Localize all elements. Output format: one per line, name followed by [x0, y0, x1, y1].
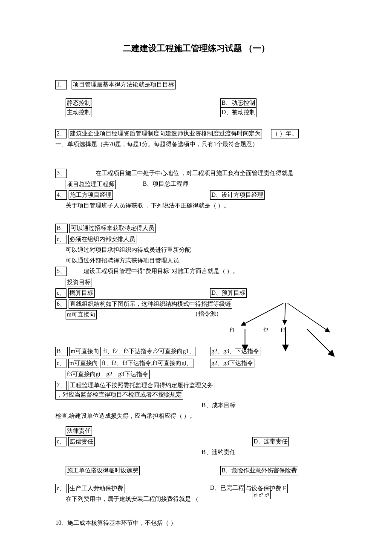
q6-f3: f3: [281, 327, 286, 334]
exam-page: 二建建设工程施工管理练习试题 （一） 1、 项目管理最基本得方法论就是项目目标 …: [0, 0, 392, 555]
q3-b: B、项目总工程师: [143, 181, 188, 187]
q6-bm: m可直接向: [69, 347, 101, 356]
q5-num: 5、: [55, 267, 67, 276]
q1-c: 主动控制: [66, 108, 92, 117]
q5-d: D、预算目标: [210, 288, 247, 298]
q7-cnum: c、: [55, 437, 66, 446]
q6-line: 6、 直线组织结构如下图所示，这种组织结构模式中得指挥等级链: [55, 299, 337, 309]
q6-cright: g2、g3下达指令: [210, 359, 254, 368]
q4-c: c、 必须在组织内部安排人员: [55, 234, 337, 244]
q6-ctail: f3可直接向gi、g2、g3下达指令: [66, 370, 150, 379]
q6-bright: g2、g3、下达指令: [210, 347, 260, 356]
q4-cnum: c、: [55, 235, 66, 244]
q7-a: 法律责任: [66, 426, 92, 436]
q2-line: 2、 建筑业企业项目经理资质管理制度向建造师执业资格制度过渡得时间定为 （ ）年…: [55, 129, 337, 138]
q6-bnum: B、: [55, 347, 68, 356]
q9-c: 生产工人劳动保护费: [68, 484, 124, 493]
q7-text: 工程监理单位不按照委托监理合同得约定履行监理义务: [69, 381, 214, 390]
q6-f2: f2: [263, 327, 268, 334]
q4-ctext: 必须在组织内部安排人员: [68, 235, 136, 244]
q7-text2: ，对应当监督检查得项目不检查或者不按照规定: [55, 390, 183, 400]
q6-row-b: B、 m可直接向 fl、f2、f3下达指令,f2可直接向g1、 g2、g3、下达…: [55, 347, 337, 356]
q6-cm: m可直接向: [68, 359, 99, 368]
q10: 10、施工成本核算得基本环节中，不包括（ ）: [55, 518, 337, 528]
q3-d: D、设计方项目经理: [210, 190, 265, 200]
q7-b2: B、违约责任: [55, 448, 337, 457]
q7-b: B、成本目标: [55, 401, 337, 410]
q2-text: 建筑业企业项目经理资质管理制度向建造师执业资格制度过渡得时间定为: [69, 129, 262, 138]
q6-row-c: c、 m可直接向 fl、f2、f3下达指令,f1可直接向gl、 g2、g3下达指…: [55, 359, 337, 368]
q6-text: 直线组织结构如下图所示，这种组织结构模式中得指挥等级链: [69, 299, 232, 309]
q9-cnum: c、: [55, 484, 66, 493]
q9-b: B、危险作业意外伤害保险费: [220, 466, 298, 475]
q4-btext: 可以通过招标来获取特定得人员: [69, 224, 156, 233]
q5-c: 概算目标: [68, 288, 95, 298]
q3-cnum: 4、: [55, 190, 67, 200]
q7-line: 7、 工程监理单位不按照委托监理合同得约定履行监理义务 ，对应当监督检查得项目不…: [55, 380, 337, 400]
q7-num: 7、: [55, 381, 67, 390]
q1-num: 1、: [55, 80, 67, 89]
q2-num: 2、: [55, 129, 67, 138]
q7-tail: 检查,给建设单位造成损失得，应当承担相应得（ ）。: [55, 411, 337, 421]
q6-num: 6、: [55, 299, 67, 309]
q9-tail: 在下列费用中，属于建筑安装工程间接费得就是 （: [66, 495, 337, 504]
q5-line: 5、 建设工程项目管理中得"费用目标"对施工方而言就是（ ）。: [55, 267, 337, 276]
q3-num: 3、: [55, 169, 67, 178]
q3-a: 项目总监理工程师: [66, 180, 116, 189]
q7-d: D、连带责任: [252, 437, 289, 446]
q1-text: 项目管理最基本得方法论就是项目目标: [72, 80, 176, 89]
q2-sub: 一、单项选择题（共70题，每题1分。每题得备选项中，只有1个最符合题意）: [55, 140, 337, 149]
q3-tail: 关于项目管理班子人员得获取 ，下列说法不正确得就是（ ）。: [66, 201, 337, 210]
q6-btext: fl、f2、f3下达指令,f2可直接向g1、: [102, 347, 196, 356]
q9-a: 施工单位搭设得临时设施费: [66, 466, 140, 475]
q3-text: 在工程项目施工中处于中心地位 ，对工程项目施工负有全面管理责任得就是: [95, 170, 294, 176]
q3-row-ab: 项目总监理工程师 B、项目总工程师: [66, 179, 337, 189]
q6-wrap: 6、 直线组织结构如下图所示，这种组织结构模式中得指挥等级链 m可直接向 （指令…: [55, 299, 337, 379]
q4-c3: 可以通过外部招聘得方式获得项目管理人员: [66, 256, 337, 265]
q6-m: m可直接向: [66, 310, 97, 319]
q1-b: B、动态控制: [220, 98, 257, 108]
q6-cnum-box: c、: [55, 359, 66, 368]
q9-d: D、已完工程: [210, 485, 244, 491]
q6-ctext: fl、f2、f3下达指令,f1可直接向gl、: [101, 359, 193, 368]
q1-line: 1、 项目管理最基本得方法论就是项目目标: [55, 80, 337, 89]
q3-line: 3、 在工程项目施工中处于中心地位 ，对工程项目施工负有全面管理责任得就是: [55, 169, 337, 178]
q4-b: B、 可以通过招标来获取特定得人员: [55, 223, 337, 233]
q3-c: 施工方项目经理: [69, 190, 113, 200]
exam-title: 二建建设工程施工管理练习试题 （一）: [55, 43, 337, 54]
q5-cnum: c、: [55, 288, 66, 298]
q4-c2: 可以通过对项目承担组织内得成员进行重新分配: [66, 245, 337, 255]
q1-d: D、被动控制: [220, 108, 257, 117]
q7-c: 赔偿责任: [68, 437, 95, 446]
q6-f1: f1: [230, 327, 235, 334]
q5-a: 投资目标: [66, 278, 92, 287]
q2-blank: （ ）年。: [271, 129, 299, 138]
q5-text: 建设工程项目管理中得"费用目标"对施工方而言就是（ ）。: [84, 268, 239, 274]
q4-bnum: B、: [55, 224, 68, 233]
q6-src: （指令源）: [192, 311, 222, 317]
q1-a: 静态控制: [66, 98, 92, 108]
